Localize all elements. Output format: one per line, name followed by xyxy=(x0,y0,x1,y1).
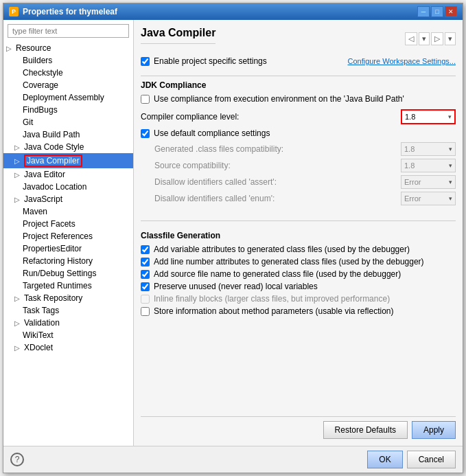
check3-label: Add source file name to generated class … xyxy=(154,269,401,279)
tree-item-java-compiler[interactable]: ▷ Java Compiler xyxy=(3,153,133,168)
tree-item-label: Git xyxy=(23,117,33,127)
title-bar-controls: ─ □ ✕ xyxy=(417,6,457,17)
right-panel: Java Compiler ◁ ▾ ▷ ▾ Enable project spe… xyxy=(134,20,463,446)
window-title: Properties for thymeleaf xyxy=(23,7,117,16)
tree-arrow: ▷ xyxy=(14,319,23,327)
footer-right: OK Cancel xyxy=(367,451,456,468)
check5-label: Inline finally blocks (larger class file… xyxy=(154,294,390,304)
close-button[interactable]: ✕ xyxy=(445,6,457,17)
tree-arrow: ▷ xyxy=(6,45,14,52)
tree-item-label: Javadoc Location xyxy=(23,182,86,192)
tree-item-label: Checkstyle xyxy=(23,68,63,78)
footer-left: ? xyxy=(10,453,24,466)
tree-item-coverage[interactable]: Coverage xyxy=(3,79,133,91)
check6-row: Store information about method parameter… xyxy=(141,306,456,316)
tree-item-java-editor[interactable]: ▷ Java Editor xyxy=(3,168,133,181)
tree-item-project-references[interactable]: Project References xyxy=(3,230,133,242)
jdk-compliance-title: JDK Compliance xyxy=(141,80,456,90)
footer: ? OK Cancel xyxy=(3,446,463,473)
tree-item-deployment-assembly[interactable]: Deployment Assembly xyxy=(3,91,133,104)
use-exec-env-label: Use compliance from execution environmen… xyxy=(154,94,404,104)
tree-item-label: Refactoring History xyxy=(23,256,93,266)
dropdown-arrow-icon: ▾ xyxy=(449,162,452,169)
source-compat-label: Source compatibility: xyxy=(154,161,401,170)
check4-checkbox[interactable] xyxy=(141,282,150,291)
dropdown-arrow-icon: ▾ xyxy=(448,113,452,120)
tree-item-checkstyle[interactable]: Checkstyle xyxy=(3,67,133,79)
filter-input[interactable] xyxy=(8,24,129,38)
jdk-compliance-section: JDK Compliance Use compliance from execu… xyxy=(141,80,456,208)
enable-project-settings-label: Enable project specific settings xyxy=(154,56,267,66)
tree-item-label: Java Editor xyxy=(24,170,65,179)
tree-arrow: ▷ xyxy=(14,157,23,165)
source-compat-dropdown[interactable]: 1.8 ▾ xyxy=(401,159,456,172)
tree-item-xdoclet[interactable]: ▷ XDoclet xyxy=(3,341,133,354)
tree-item-javascript[interactable]: ▷ JavaScript xyxy=(3,193,133,205)
check6-checkbox[interactable] xyxy=(141,307,150,316)
compiler-compliance-value: 1.8 xyxy=(405,113,415,121)
tree-item-project-facets[interactable]: Project Facets xyxy=(3,218,133,230)
tree-item-refactoring-history[interactable]: Refactoring History xyxy=(3,255,133,267)
compiler-compliance-label: Compiler compliance level: xyxy=(141,112,239,122)
tree-item-label: Targeted Runtimes xyxy=(23,281,92,291)
nav-forward-icon[interactable]: ▷ xyxy=(431,32,443,45)
check6-label: Store information about method parameter… xyxy=(154,306,394,316)
tree-item-wikitext[interactable]: WikiText xyxy=(3,329,133,341)
configure-workspace-link[interactable]: Configure Workspace Settings... xyxy=(347,57,456,65)
tree-item-git[interactable]: Git xyxy=(3,116,133,128)
tree-item-resource[interactable]: ▷ Resource xyxy=(3,42,133,54)
tree-item-javadoc[interactable]: Javadoc Location xyxy=(3,181,133,193)
tree-item-label: Builders xyxy=(23,56,52,65)
tree-item-properties-editor[interactable]: PropertiesEditor xyxy=(3,242,133,255)
left-panel: ▷ Resource Builders Checkstyle Coverage … xyxy=(3,20,134,446)
tree-item-label: Java Build Path xyxy=(23,130,80,139)
check5-checkbox[interactable] xyxy=(141,295,150,304)
tree-item-maven[interactable]: Maven xyxy=(3,205,133,218)
disallow-enum-dropdown[interactable]: Error ▾ xyxy=(401,192,456,205)
nav-dropdown-icon[interactable]: ▾ xyxy=(419,32,430,45)
tree-item-validation[interactable]: ▷ Validation xyxy=(3,317,133,329)
use-exec-env-checkbox[interactable] xyxy=(141,95,150,104)
tree-arrow: ▷ xyxy=(14,344,23,352)
cancel-button[interactable]: Cancel xyxy=(407,451,456,468)
check1-checkbox[interactable] xyxy=(141,245,150,254)
check3-checkbox[interactable] xyxy=(141,270,150,279)
maximize-button[interactable]: □ xyxy=(431,6,443,17)
apply-button[interactable]: Apply xyxy=(412,421,456,439)
tree-item-java-build-path[interactable]: Java Build Path xyxy=(3,128,133,141)
tree-item-java-code-style[interactable]: ▷ Java Code Style xyxy=(3,141,133,153)
title-bar-left: P Properties for thymeleaf xyxy=(9,7,117,16)
nav-dropdown2-icon[interactable]: ▾ xyxy=(445,32,456,45)
restore-defaults-button[interactable]: Restore Defaults xyxy=(323,421,408,439)
tree-item-builders[interactable]: Builders xyxy=(3,54,133,67)
ok-button[interactable]: OK xyxy=(367,451,402,468)
enable-project-settings-checkbox[interactable] xyxy=(141,57,150,66)
tree-arrow: ▷ xyxy=(14,144,23,151)
tree-item-label: Java Code Style xyxy=(24,142,84,152)
tree-item-task-repository[interactable]: ▷ Task Repository xyxy=(3,292,133,304)
tree-item-task-tags[interactable]: Task Tags xyxy=(3,304,133,317)
tree-arrow: ▷ xyxy=(14,196,23,203)
check3-row: Add source file name to generated class … xyxy=(141,269,456,279)
disallow-assert-label: Disallow identifiers called 'assert': xyxy=(154,177,401,187)
nav-back-icon[interactable]: ◁ xyxy=(405,32,417,45)
check2-checkbox[interactable] xyxy=(141,258,150,267)
generated-class-dropdown[interactable]: 1.8 ▾ xyxy=(401,142,456,156)
disallow-assert-dropdown[interactable]: Error ▾ xyxy=(401,175,456,189)
check4-label: Preserve unused (never read) local varia… xyxy=(154,282,318,291)
tree-item-targeted-runtimes[interactable]: Targeted Runtimes xyxy=(3,280,133,292)
disallow-enum-label: Disallow identifiers called 'enum': xyxy=(154,194,401,203)
help-button[interactable]: ? xyxy=(10,453,24,466)
tree-item-run-debug[interactable]: Run/Debug Settings xyxy=(3,267,133,280)
tree-item-findbugs[interactable]: FindBugs xyxy=(3,104,133,116)
tree-item-label-selected: Java Compiler xyxy=(24,155,82,167)
tree-item-label: FindBugs xyxy=(23,105,58,115)
generated-class-label: Generated .class files compatibility: xyxy=(154,144,401,154)
use-default-compliance-checkbox[interactable] xyxy=(141,129,150,138)
minimize-button[interactable]: ─ xyxy=(417,6,430,17)
compiler-compliance-dropdown[interactable]: 1.8 ▾ xyxy=(401,109,456,124)
tree-arrow: ▷ xyxy=(14,171,23,179)
source-compat-value: 1.8 xyxy=(404,161,415,170)
tree-item-label: Run/Debug Settings xyxy=(23,269,96,278)
tree-item-label: Maven xyxy=(23,207,47,216)
